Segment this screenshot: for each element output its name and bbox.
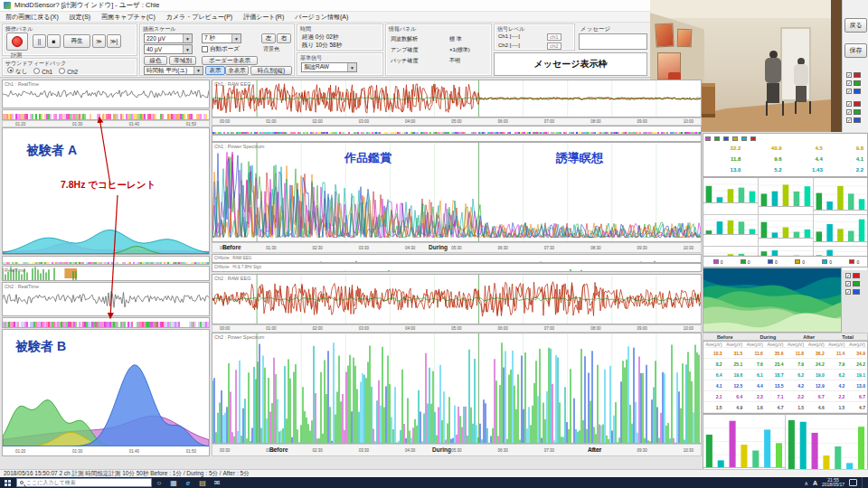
legend-item-2[interactable]: ✓ (846, 87, 861, 95)
save-button[interactable]: 保存 (844, 43, 867, 58)
before-label-mid: Before (222, 244, 241, 250)
legend-item-0[interactable]: ✓ (846, 70, 861, 79)
line-color-button[interactable]: 線色 (144, 56, 167, 65)
show-button[interactable]: 表示 (205, 66, 225, 75)
menu-item-5[interactable]: バージョン情報(A) (289, 12, 354, 23)
show-desktop-button[interactable] (862, 477, 864, 488)
legend-chip (732, 136, 738, 141)
menu-item-3[interactable]: カメラ・プレビュー(P) (161, 12, 238, 23)
radio-icon (33, 68, 40, 74)
legend-item-2[interactable]: ✓ (845, 287, 860, 296)
taskbar-clock[interactable]: 21:55 2018/05/17 (822, 478, 844, 487)
hscale-dropdown[interactable]: 7 秒▼ (202, 33, 241, 43)
sound-option-Ch2[interactable]: Ch2 (59, 68, 78, 75)
fast-forward-icon: ≫ (96, 38, 102, 45)
legend-item-0[interactable]: ✓ (845, 271, 860, 279)
bg-color-right-button[interactable]: 右 (277, 33, 291, 43)
legend-item-2[interactable]: ✓ (846, 116, 861, 124)
vscale2-dropdown[interactable]: 40 μV▼ (144, 44, 193, 54)
edge-icon[interactable]: e (181, 477, 195, 488)
menu-item-1[interactable]: 設定(S) (64, 12, 96, 23)
legend-checkbox[interactable]: ✓ (845, 281, 851, 286)
table-cell: 11.8 (786, 351, 807, 356)
tick-label: 04:30 (405, 448, 415, 453)
legend-chips-row (703, 134, 867, 143)
legend-color-swatch (853, 281, 860, 286)
autopause-checkbox[interactable]: 自動ポーズ (202, 45, 240, 53)
legend-checkbox[interactable]: ✓ (846, 101, 852, 107)
table-cell: 25.1 (724, 361, 745, 367)
table-cell: 6.4 (724, 394, 745, 399)
tick-label: 10:30 (684, 246, 693, 250)
skip-end-button[interactable]: ≫| (107, 34, 121, 48)
file-explorer-icon[interactable]: ▤ (195, 477, 210, 488)
action-center-icon[interactable] (849, 479, 857, 486)
cortana-glyph: ○ (157, 479, 162, 487)
realtime-label: RealTime (5, 267, 25, 273)
band-button[interactable]: 帯域別 (169, 56, 196, 65)
legend-chip (713, 259, 719, 264)
table-cell: 1.5 (703, 405, 724, 410)
legend-item-1[interactable]: ✓ (846, 79, 861, 87)
sound-option-なし[interactable]: なし (7, 67, 27, 76)
reference-signal-dropdown[interactable]: 脳波RAW▼ (301, 62, 357, 72)
hide-button[interactable]: 非表示 (225, 66, 249, 75)
legend-checkbox[interactable]: ✓ (846, 72, 852, 78)
legend-item-0[interactable]: ✓ (846, 99, 861, 108)
tick-label: 00:30 (220, 448, 230, 453)
ime-indicator[interactable]: A (813, 480, 817, 486)
chevron-down-icon: ▼ (183, 45, 192, 53)
legend-checkbox[interactable]: ✓ (846, 89, 852, 94)
ch1-time-axis: 00:0001:0002:0003:0004:0005:0006:0007:00… (212, 117, 702, 126)
legend-checkbox[interactable]: ✓ (846, 80, 852, 86)
bg-color-left-button[interactable]: 左 (261, 33, 276, 43)
ch2-raw-eeg-label: Ch2 : RAW EEG (214, 276, 250, 281)
menu-item-2[interactable]: 画面キャプチャ(C) (96, 12, 161, 23)
cortana-icon[interactable]: ○ (152, 477, 166, 488)
subject-b-area-chart (3, 355, 209, 446)
task-view-icon[interactable]: ▦ (166, 477, 181, 488)
menu-item-0[interactable]: 前の画面に戻る(X) (0, 12, 64, 23)
vscale1-dropdown[interactable]: 220 μV▼ (144, 33, 193, 43)
record-button[interactable] (6, 33, 28, 51)
legend-checkbox[interactable]: ✓ (845, 273, 851, 278)
fast-forward-button[interactable]: ≫ (92, 34, 106, 48)
band-bar-charts (703, 177, 868, 256)
person-1-legs (767, 83, 779, 103)
sound-option-Ch1[interactable]: Ch1 (33, 68, 52, 75)
tray-expand-icon[interactable]: ∧ (805, 480, 808, 486)
timepoint-button[interactable]: 時点別(縦) (250, 66, 292, 75)
legend-checkbox[interactable]: ✓ (846, 109, 852, 115)
legend-checkbox[interactable]: ✓ (845, 289, 851, 295)
legend-item-1[interactable]: ✓ (845, 279, 860, 287)
time-average-dropdown[interactable]: 時間軸 平均(ユ)▼ (144, 66, 203, 75)
pause-button[interactable]: || (33, 34, 46, 48)
legend-color-swatch (853, 289, 860, 295)
legend-item-1[interactable]: ✓ (846, 108, 861, 116)
zero-value: 0 (775, 259, 778, 265)
signal-level-group: 信号レベル Ch1 [----] ch1 Ch2 [----] ch2 (494, 23, 575, 51)
bar-chart (759, 178, 813, 214)
stop-button[interactable]: ■ (47, 34, 61, 48)
search-input[interactable] (26, 480, 144, 485)
table-cell: 35.6 (765, 351, 786, 356)
border-hide-button[interactable]: ボーダー非表示 (202, 56, 258, 65)
table-cell: 6.7 (806, 394, 826, 399)
sound-option-label: Ch2 (67, 69, 78, 75)
tick-label: 01:50 (186, 122, 196, 127)
menu-item-4[interactable]: 評価シート(R) (238, 12, 289, 23)
mail-icon[interactable]: ✉ (210, 477, 224, 488)
taskbar-search[interactable] (16, 478, 152, 487)
play-button[interactable]: 再生 (63, 34, 90, 48)
back-button[interactable]: 戻る (844, 18, 867, 33)
app-icon (4, 2, 11, 9)
before-label-bottom: Before (269, 446, 288, 453)
bar-chart (814, 215, 867, 246)
tick-label: 03:00 (359, 119, 369, 124)
mini-table-cell: 4.1 (826, 156, 867, 162)
legend-checkbox[interactable]: ✓ (846, 117, 852, 123)
start-button[interactable] (0, 477, 14, 488)
ch1-raw-eeg-panel: Ch1 : RAW EEG (212, 80, 702, 117)
signal-level-label: 信号レベル (497, 25, 524, 33)
legend-color-swatch (854, 80, 861, 86)
